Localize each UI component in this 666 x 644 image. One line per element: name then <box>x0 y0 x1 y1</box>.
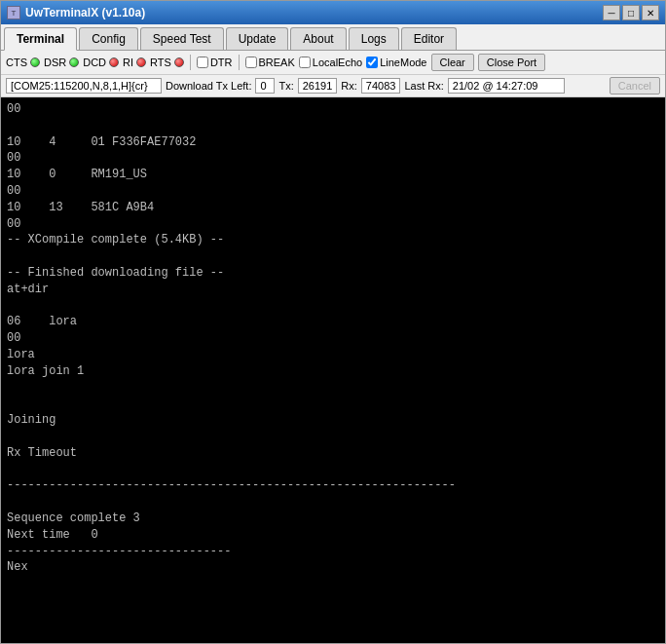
download-tx-value: 0 <box>255 78 275 94</box>
last-rx-label: Last Rx: <box>404 80 443 92</box>
localecho-label: LocalEcho <box>313 57 362 68</box>
dtr-label: DTR <box>210 57 233 68</box>
window-title: UwTerminalX (v1.10a) <box>25 6 145 19</box>
dtr-checkbox[interactable] <box>197 57 208 68</box>
break-label: BREAK <box>259 57 295 68</box>
terminal-output[interactable]: 00 10 4 01 F336FAE77032 00 10 0 RM191_US… <box>1 97 665 643</box>
ri-label: RI <box>123 57 133 68</box>
tab-speedtest[interactable]: Speed Test <box>140 27 224 50</box>
break-group: BREAK <box>245 57 295 68</box>
linemode-label: LineMode <box>380 57 426 68</box>
maximize-button[interactable]: □ <box>622 5 640 20</box>
ri-led <box>136 57 146 67</box>
tab-terminal[interactable]: Terminal <box>4 27 77 51</box>
close-port-button[interactable]: Close Port <box>478 54 545 71</box>
linemode-checkbox[interactable] <box>366 57 378 68</box>
download-tx-label: Download Tx Left: <box>166 80 251 92</box>
rx-value: 74083 <box>361 78 401 94</box>
tab-editor[interactable]: Editor <box>401 27 457 50</box>
rts-indicator: RTS <box>150 57 184 68</box>
localecho-group: LocalEcho <box>299 57 362 68</box>
break-checkbox[interactable] <box>245 57 257 68</box>
dsr-label: DSR <box>44 57 66 68</box>
main-window: T UwTerminalX (v1.10a) ─ □ ✕ Terminal Co… <box>0 0 666 644</box>
dsr-led <box>69 57 79 67</box>
port-info: [COM25:115200,N,8,1,H]{cr} <box>6 78 162 94</box>
ri-indicator: RI <box>123 57 146 68</box>
last-rx-value: 21/02 @ 14:27:09 <box>448 78 565 94</box>
sep1 <box>190 55 191 70</box>
title-buttons: ─ □ ✕ <box>603 5 659 20</box>
tab-logs[interactable]: Logs <box>349 27 399 50</box>
linemode-group: LineMode <box>366 57 426 68</box>
tx-label: Tx: <box>278 80 293 92</box>
cts-label: CTS <box>6 57 27 68</box>
dcd-indicator: DCD <box>83 57 119 68</box>
tx-value: 26191 <box>298 78 338 94</box>
minimize-button[interactable]: ─ <box>603 5 620 20</box>
close-button[interactable]: ✕ <box>642 5 659 20</box>
toolbar: CTS DSR DCD RI RTS DTR <box>1 51 665 75</box>
tab-update[interactable]: Update <box>226 27 289 50</box>
tab-about[interactable]: About <box>290 27 346 50</box>
tab-config[interactable]: Config <box>79 27 138 50</box>
cancel-button: Cancel <box>610 77 660 95</box>
app-icon: T <box>7 6 20 19</box>
rts-label: RTS <box>150 57 171 68</box>
cts-led <box>30 57 40 67</box>
dtr-group: DTR <box>197 57 233 68</box>
cts-indicator: CTS <box>6 57 40 68</box>
rts-led <box>174 57 184 67</box>
status-bar: [COM25:115200,N,8,1,H]{cr} Download Tx L… <box>1 75 665 97</box>
title-bar: T UwTerminalX (v1.10a) ─ □ ✕ <box>1 1 665 24</box>
title-bar-left: T UwTerminalX (v1.10a) <box>7 6 145 19</box>
dsr-indicator: DSR <box>44 57 79 68</box>
dcd-label: DCD <box>83 57 106 68</box>
clear-button[interactable]: Clear <box>431 54 474 71</box>
sep2 <box>239 55 240 70</box>
localecho-checkbox[interactable] <box>299 57 311 68</box>
tab-bar: Terminal Config Speed Test Update About … <box>1 24 665 51</box>
rx-label: Rx: <box>341 80 357 92</box>
dcd-led <box>109 57 119 67</box>
